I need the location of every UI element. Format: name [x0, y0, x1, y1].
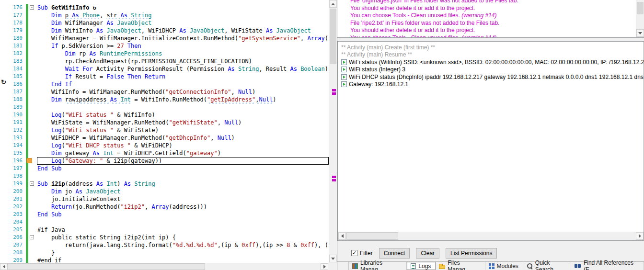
- line-number[interactable]: 196: [0, 157, 26, 165]
- code-line[interactable]: 209#end if: [0, 257, 329, 263]
- tab-files-manager[interactable]: Files Manag...: [436, 262, 485, 270]
- code-line[interactable]: 184 Wait For Activity_PermissionResult (…: [0, 65, 329, 73]
- scroll-left-button[interactable]: [338, 232, 346, 240]
- scrollbar-thumb[interactable]: [8, 263, 205, 270]
- code-line[interactable]: 195 Dim gateway As Int = WiFiDHCP.GetFie…: [0, 149, 329, 157]
- collapse-icon[interactable]: -: [30, 5, 34, 10]
- collapse-icon[interactable]: -: [30, 235, 34, 239]
- line-number[interactable]: 206: [0, 234, 26, 241]
- warnings-pane[interactable]: File 'orgImages.json' in Files folder wa…: [337, 0, 644, 38]
- fold-margin[interactable]: -: [28, 234, 37, 241]
- code-line[interactable]: 197End Sub: [0, 165, 329, 172]
- tab-logs[interactable]: Logs: [407, 262, 436, 270]
- line-number[interactable]: 194: [0, 142, 26, 149]
- scroll-right-button[interactable]: [636, 232, 644, 240]
- scrollbar-thumb[interactable]: [330, 9, 336, 64]
- editor-horizontal-scrollbar[interactable]: [0, 263, 329, 270]
- editor-vertical-scrollbar[interactable]: [329, 0, 337, 263]
- logs-horizontal-scrollbar[interactable]: [338, 232, 644, 240]
- line-number[interactable]: 199: [0, 180, 26, 188]
- line-number[interactable]: 180: [0, 34, 26, 42]
- code-line[interactable]: 188 Dim rawipaddress As Int = WifiInfo.R…: [0, 96, 329, 103]
- code-line[interactable]: 199-Sub i2ip(address As Int) As String: [0, 180, 329, 188]
- list-permissions-button[interactable]: List Permissions: [446, 248, 497, 259]
- code-line[interactable]: 201 jo.InitializeContext: [0, 195, 329, 203]
- line-number[interactable]: 189: [0, 103, 26, 111]
- line-number[interactable]: 195: [0, 149, 26, 157]
- code-line[interactable]: 206- public static String i2ip2(int ip) …: [0, 234, 329, 241]
- line-number[interactable]: 176: [0, 4, 26, 11]
- collapse-icon[interactable]: -: [30, 181, 34, 186]
- code-line[interactable]: 183 rp.CheckAndRequest(rp.PERMISSION_ACC…: [0, 57, 329, 65]
- line-number[interactable]: 191: [0, 119, 26, 126]
- code-line[interactable]: 196 Log("Gateway: " & i2ip(gateway)): [0, 157, 329, 165]
- code-line[interactable]: 185 If Result = False Then Return: [0, 73, 329, 80]
- code-line[interactable]: 186 End If: [0, 80, 329, 88]
- fold-margin[interactable]: -: [28, 4, 37, 11]
- tab-libraries-manager[interactable]: Libraries Manag...: [348, 262, 407, 270]
- scroll-right-button[interactable]: [321, 263, 328, 270]
- line-number[interactable]: 201: [0, 195, 26, 203]
- line-number[interactable]: 177: [0, 11, 26, 19]
- line-number[interactable]: 178: [0, 19, 26, 27]
- scroll-down-button[interactable]: [636, 29, 644, 37]
- code-line[interactable]: 202 Return(jo.RunMethod("i2ip2", Array(a…: [0, 203, 329, 211]
- line-number[interactable]: 193: [0, 134, 26, 142]
- code-line[interactable]: 191 WiFiState = WifiManager.RunMethod("g…: [0, 119, 329, 126]
- code-line[interactable]: 194 Log("WiFi DHCP status " & WiFiDHCP): [0, 142, 329, 149]
- code-line[interactable]: 180 WifiManager = WifiManager.Initialize…: [0, 34, 329, 42]
- warnings-vertical-scrollbar[interactable]: [636, 0, 644, 37]
- code-line[interactable]: 203End Sub: [0, 211, 329, 218]
- line-number[interactable]: 187: [0, 88, 26, 96]
- code-line[interactable]: 178 Dim WifiManager As JavaObject: [0, 19, 329, 27]
- line-number[interactable]: 209: [0, 257, 26, 263]
- code-line[interactable]: 177 Dim p As Phone, str As String: [0, 11, 329, 19]
- code-line[interactable]: 205#if Java: [0, 226, 329, 234]
- code-line[interactable]: 192 Log("WiFi status " & WiFiState): [0, 126, 329, 134]
- line-number[interactable]: 205: [0, 226, 26, 234]
- line-number[interactable]: 184: [0, 65, 26, 73]
- tab-quick-search[interactable]: Quick Search: [523, 262, 571, 270]
- line-number[interactable]: 198: [0, 172, 26, 180]
- code-line[interactable]: 179 Dim WifiInfo As JavaObject, WiFiDHCP…: [0, 27, 329, 34]
- line-number[interactable]: 192: [0, 126, 26, 134]
- code-line[interactable]: 176-Sub GetWifiInfo ↻: [0, 4, 329, 11]
- tab-find-all-references[interactable]: Find All References (F...: [571, 262, 644, 270]
- code-line[interactable]: 198: [0, 172, 329, 180]
- line-number[interactable]: 207: [0, 241, 26, 249]
- scroll-up-button[interactable]: [329, 0, 337, 8]
- code-line[interactable]: 189: [0, 103, 329, 111]
- line-number[interactable]: 202: [0, 203, 26, 211]
- line-number[interactable]: 203: [0, 211, 26, 218]
- code-line[interactable]: 190 Log("WiFi status " & WifiInfo): [0, 111, 329, 119]
- line-number[interactable]: 190: [0, 111, 26, 119]
- code-editor[interactable]: 176-Sub GetWifiInfo ↻177 Dim p As Phone,…: [0, 0, 329, 263]
- code-line[interactable]: 182 Dim rp As RuntimePermissions: [0, 50, 329, 57]
- code-line[interactable]: 193 WiFiDHCP = WifiManager.RunMethod("ge…: [0, 134, 329, 142]
- filter-checkbox[interactable]: Filter: [351, 250, 373, 257]
- line-number[interactable]: 197: [0, 165, 26, 172]
- fold-margin[interactable]: -: [28, 180, 37, 188]
- code-line[interactable]: 200 Dim jo As JavaObject: [0, 188, 329, 195]
- scroll-left-button[interactable]: [0, 263, 8, 270]
- logs-pane[interactable]: ** Activity (main) Create (first time) *…: [337, 41, 644, 241]
- connect-button[interactable]: Connect: [379, 248, 410, 259]
- line-number[interactable]: 204: [0, 218, 26, 226]
- code-line[interactable]: 207 return(java.lang.String.format("%d.%…: [0, 241, 329, 249]
- clear-button[interactable]: Clear: [416, 248, 439, 259]
- code-line[interactable]: 204: [0, 218, 329, 226]
- scrollbar-thumb[interactable]: [637, 2, 644, 14]
- line-number[interactable]: 179: [0, 27, 26, 34]
- line-number[interactable]: 200: [0, 188, 26, 195]
- scrollbar-thumb[interactable]: [346, 232, 398, 240]
- line-number[interactable]: 182: [0, 50, 26, 57]
- code-line[interactable]: 187 WifiInfo = WifiManager.RunMethod("ge…: [0, 88, 329, 96]
- line-number[interactable]: 188: [0, 96, 26, 103]
- line-number[interactable]: 208: [0, 249, 26, 257]
- line-number[interactable]: 181: [0, 42, 26, 50]
- scroll-down-button[interactable]: [329, 255, 337, 262]
- code-line[interactable]: 208 }: [0, 249, 329, 257]
- code-line[interactable]: 181 If p.SdkVersion >= 27 Then: [0, 42, 329, 50]
- tab-modules[interactable]: Modules: [485, 262, 523, 270]
- line-number[interactable]: 183: [0, 57, 26, 65]
